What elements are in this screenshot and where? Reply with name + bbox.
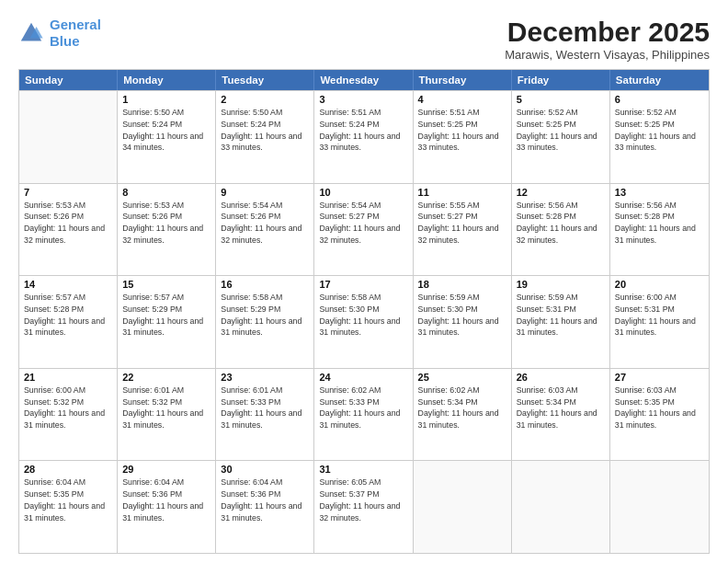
calendar-cell: 5Sunrise: 5:52 AMSunset: 5:25 PMDaylight… [512,91,610,183]
calendar-cell: 25Sunrise: 6:02 AMSunset: 5:34 PMDayligh… [414,369,512,461]
calendar-cell: 7Sunrise: 5:53 AMSunset: 5:26 PMDaylight… [19,184,118,276]
day-number: 3 [319,94,407,105]
day-number: 24 [319,372,407,383]
day-number: 22 [122,372,210,383]
calendar-header-cell: Monday [118,70,216,90]
day-number: 19 [517,279,605,290]
day-number: 16 [221,279,309,290]
day-number: 20 [615,279,704,290]
calendar-cell: 11Sunrise: 5:55 AMSunset: 5:27 PMDayligh… [414,184,512,276]
day-info: Sunrise: 6:03 AMSunset: 5:35 PMDaylight:… [615,385,704,431]
day-number: 28 [24,464,112,475]
calendar-header-cell: Friday [512,70,610,90]
calendar-cell: 19Sunrise: 5:59 AMSunset: 5:31 PMDayligh… [512,276,610,368]
calendar-cell: 17Sunrise: 5:58 AMSunset: 5:30 PMDayligh… [314,276,413,368]
day-info: Sunrise: 5:50 AMSunset: 5:24 PMDaylight:… [221,107,309,154]
header: General Blue December 2025 Marawis, West… [18,17,710,62]
calendar-cell [610,461,709,553]
day-info: Sunrise: 5:55 AMSunset: 5:27 PMDaylight:… [418,200,506,247]
calendar-header: SundayMondayTuesdayWednesdayThursdayFrid… [19,70,709,90]
calendar-cell: 22Sunrise: 6:01 AMSunset: 5:32 PMDayligh… [118,369,216,461]
day-number: 18 [418,279,506,290]
logo: General Blue [18,17,101,50]
day-info: Sunrise: 6:00 AMSunset: 5:31 PMDaylight:… [615,292,704,339]
day-info: Sunrise: 6:03 AMSunset: 5:34 PMDaylight:… [517,385,605,431]
day-info: Sunrise: 5:57 AMSunset: 5:29 PMDaylight:… [122,292,210,339]
day-number: 6 [615,94,704,105]
day-info: Sunrise: 5:51 AMSunset: 5:25 PMDaylight:… [418,107,506,154]
calendar-cell: 2Sunrise: 5:50 AMSunset: 5:24 PMDaylight… [216,91,314,183]
calendar-header-cell: Saturday [610,70,709,90]
calendar-cell [512,461,610,553]
day-info: Sunrise: 6:04 AMSunset: 5:35 PMDaylight:… [24,477,112,523]
day-info: Sunrise: 5:50 AMSunset: 5:24 PMDaylight:… [122,107,210,154]
day-info: Sunrise: 5:59 AMSunset: 5:30 PMDaylight:… [418,292,506,339]
day-number: 12 [517,187,605,198]
calendar: SundayMondayTuesdayWednesdayThursdayFrid… [18,69,710,554]
calendar-cell [19,91,118,183]
day-info: Sunrise: 5:52 AMSunset: 5:25 PMDaylight:… [615,107,704,154]
page: General Blue December 2025 Marawis, West… [0,0,728,563]
calendar-cell: 30Sunrise: 6:04 AMSunset: 5:36 PMDayligh… [216,461,314,553]
day-number: 31 [319,464,407,475]
day-info: Sunrise: 6:04 AMSunset: 5:36 PMDaylight:… [221,477,309,523]
day-info: Sunrise: 5:54 AMSunset: 5:27 PMDaylight:… [319,200,407,247]
logo-line1: General [50,17,101,32]
title-block: December 2025 Marawis, Western Visayas, … [505,17,710,62]
calendar-cell: 28Sunrise: 6:04 AMSunset: 5:35 PMDayligh… [19,461,118,553]
month-year: December 2025 [505,17,710,48]
calendar-body: 1Sunrise: 5:50 AMSunset: 5:24 PMDaylight… [19,90,709,553]
day-info: Sunrise: 5:59 AMSunset: 5:31 PMDaylight:… [517,292,605,339]
day-info: Sunrise: 5:58 AMSunset: 5:30 PMDaylight:… [319,292,407,339]
calendar-header-cell: Sunday [19,70,118,90]
logo-text: General Blue [50,17,101,50]
day-number: 7 [24,187,112,198]
day-number: 11 [418,187,506,198]
day-number: 27 [615,372,704,383]
calendar-cell: 27Sunrise: 6:03 AMSunset: 5:35 PMDayligh… [610,369,709,461]
day-number: 10 [319,187,407,198]
calendar-cell: 18Sunrise: 5:59 AMSunset: 5:30 PMDayligh… [414,276,512,368]
calendar-cell: 26Sunrise: 6:03 AMSunset: 5:34 PMDayligh… [512,369,610,461]
day-info: Sunrise: 5:51 AMSunset: 5:24 PMDaylight:… [319,107,407,154]
calendar-cell: 23Sunrise: 6:01 AMSunset: 5:33 PMDayligh… [216,369,314,461]
day-number: 17 [319,279,407,290]
calendar-header-cell: Wednesday [314,70,413,90]
calendar-cell: 20Sunrise: 6:00 AMSunset: 5:31 PMDayligh… [610,276,709,368]
calendar-row: 1Sunrise: 5:50 AMSunset: 5:24 PMDaylight… [19,90,709,183]
day-number: 26 [517,372,605,383]
calendar-cell: 14Sunrise: 5:57 AMSunset: 5:28 PMDayligh… [19,276,118,368]
day-info: Sunrise: 6:05 AMSunset: 5:37 PMDaylight:… [319,477,407,523]
location: Marawis, Western Visayas, Philippines [505,48,710,62]
day-info: Sunrise: 6:00 AMSunset: 5:32 PMDaylight:… [24,385,112,431]
calendar-cell: 6Sunrise: 5:52 AMSunset: 5:25 PMDaylight… [610,91,709,183]
day-info: Sunrise: 5:53 AMSunset: 5:26 PMDaylight:… [122,200,210,247]
calendar-row: 28Sunrise: 6:04 AMSunset: 5:35 PMDayligh… [19,460,709,553]
day-number: 25 [418,372,506,383]
day-info: Sunrise: 5:53 AMSunset: 5:26 PMDaylight:… [24,200,112,247]
day-info: Sunrise: 5:58 AMSunset: 5:29 PMDaylight:… [221,292,309,339]
calendar-row: 21Sunrise: 6:00 AMSunset: 5:32 PMDayligh… [19,368,709,461]
day-info: Sunrise: 5:54 AMSunset: 5:26 PMDaylight:… [221,200,309,247]
day-number: 30 [221,464,309,475]
day-number: 23 [221,372,309,383]
calendar-cell [414,461,512,553]
day-info: Sunrise: 5:52 AMSunset: 5:25 PMDaylight:… [517,107,605,154]
calendar-cell: 4Sunrise: 5:51 AMSunset: 5:25 PMDaylight… [414,91,512,183]
day-info: Sunrise: 5:56 AMSunset: 5:28 PMDaylight:… [615,200,704,247]
calendar-cell: 8Sunrise: 5:53 AMSunset: 5:26 PMDaylight… [118,184,216,276]
day-info: Sunrise: 6:01 AMSunset: 5:32 PMDaylight:… [122,385,210,431]
calendar-header-cell: Tuesday [216,70,314,90]
day-info: Sunrise: 6:02 AMSunset: 5:33 PMDaylight:… [319,385,407,431]
day-info: Sunrise: 6:04 AMSunset: 5:36 PMDaylight:… [122,477,210,523]
calendar-row: 14Sunrise: 5:57 AMSunset: 5:28 PMDayligh… [19,275,709,368]
day-number: 29 [122,464,210,475]
calendar-header-cell: Thursday [414,70,512,90]
day-number: 21 [24,372,112,383]
calendar-cell: 9Sunrise: 5:54 AMSunset: 5:26 PMDaylight… [216,184,314,276]
calendar-cell: 12Sunrise: 5:56 AMSunset: 5:28 PMDayligh… [512,184,610,276]
calendar-cell: 1Sunrise: 5:50 AMSunset: 5:24 PMDaylight… [118,91,216,183]
day-number: 4 [418,94,506,105]
calendar-cell: 31Sunrise: 6:05 AMSunset: 5:37 PMDayligh… [314,461,413,553]
day-info: Sunrise: 5:57 AMSunset: 5:28 PMDaylight:… [24,292,112,339]
